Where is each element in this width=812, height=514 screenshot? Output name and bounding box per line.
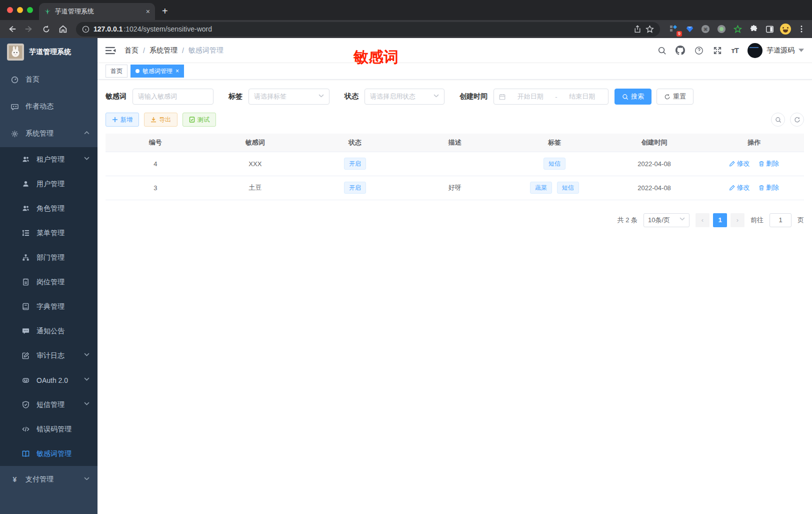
search-button[interactable]: 搜索 <box>614 89 652 105</box>
sidebar-item-sensitive-word[interactable]: 敏感词管理 <box>0 441 98 466</box>
table-row: 4 XXX 开启 短信 2022-04-08 修改 <box>106 152 804 176</box>
delete-link[interactable]: 删除 <box>758 159 779 168</box>
test-button[interactable]: 测试 <box>182 113 216 127</box>
keyword-input[interactable]: 请输入敏感词 <box>132 89 214 105</box>
collapse-sidebar-icon[interactable] <box>106 45 116 56</box>
sidebar-item-notice[interactable]: 通知公告 <box>0 319 98 343</box>
chat-icon <box>11 103 18 111</box>
sidebar-item-user[interactable]: 用户管理 <box>0 172 98 196</box>
back-button[interactable] <box>5 22 19 36</box>
dictionary-book-icon <box>22 303 30 310</box>
cell-word: 土豆 <box>206 176 306 200</box>
cell-description: 好呀 <box>405 176 505 200</box>
home-button[interactable] <box>56 22 70 36</box>
status-select[interactable]: 请选择启用状态 <box>364 89 444 105</box>
page-size-select[interactable]: 10条/页 <box>644 213 690 227</box>
tab-close-icon[interactable]: × <box>146 8 150 16</box>
delete-link[interactable]: 删除 <box>758 183 779 192</box>
cell-word: XXX <box>206 152 306 176</box>
sidebar-item-error-code[interactable]: 错误码管理 <box>0 417 98 441</box>
sidebar-item-oauth[interactable]: OAuth 2.0 <box>0 368 98 392</box>
github-icon[interactable] <box>676 46 685 55</box>
sidebar-item-post[interactable]: 岗位管理 <box>0 270 98 294</box>
site-info-icon[interactable] <box>82 26 90 33</box>
sidebar-item-dept[interactable]: 部门管理 <box>0 245 98 270</box>
table-row: 3 土豆 开启 好呀 蔬菜 短信 2022-04-08 修改 <box>106 176 804 200</box>
url-path: :1024/system/sensitive-word <box>124 25 212 33</box>
fullscreen-icon[interactable] <box>712 46 722 55</box>
new-tab-button[interactable]: + <box>162 6 168 17</box>
breadcrumb-home[interactable]: 首页 <box>124 46 138 55</box>
bookmark-star-icon[interactable] <box>646 25 654 34</box>
sidebar-item-system[interactable]: 系统管理 <box>0 120 98 147</box>
breadcrumb-current: 敏感词管理 <box>188 46 224 55</box>
extensions-puzzle-icon[interactable] <box>748 24 759 35</box>
edit-link[interactable]: 修改 <box>729 183 750 192</box>
extension-star-icon[interactable] <box>732 24 743 35</box>
tag-sensitive-word[interactable]: 敏感词管理 × <box>130 65 184 78</box>
user-menu[interactable]: 芋道源码 <box>748 43 804 58</box>
sidebar-item-menu[interactable]: 菜单管理 <box>0 221 98 245</box>
sidebar-item-author-news[interactable]: 作者动态 <box>0 93 98 120</box>
extension-command-icon[interactable]: ⌘ <box>700 24 711 35</box>
tag-select[interactable]: 请选择标签 <box>248 89 330 105</box>
close-window-button[interactable] <box>7 7 13 13</box>
goto-label: 前往 <box>750 216 764 225</box>
tag-badge: 短信 <box>544 158 566 170</box>
macos-window-controls[interactable] <box>7 7 33 13</box>
next-page-button[interactable]: › <box>730 213 744 227</box>
sidebar-item-home[interactable]: 首页 <box>0 66 98 93</box>
extension-record-icon[interactable] <box>716 24 727 35</box>
active-dot <box>136 69 140 73</box>
sidebar-item-tenant[interactable]: 租户管理 <box>0 147 98 172</box>
page-1-button[interactable]: 1 <box>713 213 727 227</box>
address-bar[interactable]: 127.0.0.1:1024/system/sensitive-word <box>76 22 660 37</box>
tag-close-icon[interactable]: × <box>176 68 179 75</box>
chevron-down-icon <box>84 157 90 162</box>
date-range-picker[interactable]: 开始日期 - 结束日期 <box>494 89 608 105</box>
caret-down-icon <box>798 49 804 52</box>
extension-grid-icon[interactable]: 9 <box>668 24 679 35</box>
sidebar-item-dict[interactable]: 字典管理 <box>0 294 98 319</box>
add-button[interactable]: 新增 <box>106 113 139 127</box>
profile-avatar[interactable] <box>780 24 791 35</box>
robot-icon <box>22 376 30 384</box>
extension-gem-icon[interactable] <box>684 24 695 35</box>
font-size-icon[interactable]: тT <box>731 46 738 55</box>
org-chart-icon <box>22 254 30 261</box>
toggle-search-button[interactable] <box>771 113 785 127</box>
minimize-window-button[interactable] <box>17 7 23 13</box>
chevron-down-icon <box>434 94 439 100</box>
side-panel-icon[interactable] <box>764 24 775 35</box>
refresh-button[interactable] <box>790 113 804 127</box>
edit-link[interactable]: 修改 <box>729 159 750 168</box>
browser-menu-kebab-icon[interactable] <box>796 24 807 35</box>
open-book-icon <box>22 450 30 457</box>
create-time-label: 创建时间 <box>460 92 488 101</box>
id-badge-icon <box>22 278 30 286</box>
browser-tab[interactable]: 芋道管理系统 × <box>39 3 155 20</box>
sidebar-item-audit-log[interactable]: 审计日志 <box>0 343 98 368</box>
sidebar-item-pay[interactable]: ¥ 支付管理 <box>0 466 98 493</box>
app-logo-row: 芋道管理系统 <box>0 38 98 66</box>
zoom-window-button[interactable] <box>27 7 33 13</box>
cell-id: 4 <box>106 152 206 176</box>
sidebar-item-sms[interactable]: 短信管理 <box>0 392 98 417</box>
export-button[interactable]: 导出 <box>144 113 178 127</box>
tag-home[interactable]: 首页 <box>106 65 128 78</box>
help-icon[interactable] <box>694 46 704 55</box>
reset-button[interactable]: 重置 <box>656 89 694 105</box>
cell-status: 开启 <box>305 152 405 176</box>
prev-page-button[interactable]: ‹ <box>696 213 710 227</box>
reload-button[interactable] <box>39 22 53 36</box>
col-description: 描述 <box>405 134 505 152</box>
breadcrumb-system[interactable]: 系统管理 <box>150 46 178 55</box>
col-id: 编号 <box>106 134 206 152</box>
browser-toolbar: 127.0.0.1:1024/system/sensitive-word 9 ⌘ <box>0 20 812 38</box>
yen-icon: ¥ <box>11 476 18 483</box>
goto-page-input[interactable] <box>770 213 792 227</box>
share-icon[interactable] <box>634 25 642 33</box>
header-search-icon[interactable] <box>657 46 666 55</box>
extension-badge: 9 <box>676 31 682 37</box>
sidebar-item-role[interactable]: 角色管理 <box>0 196 98 221</box>
